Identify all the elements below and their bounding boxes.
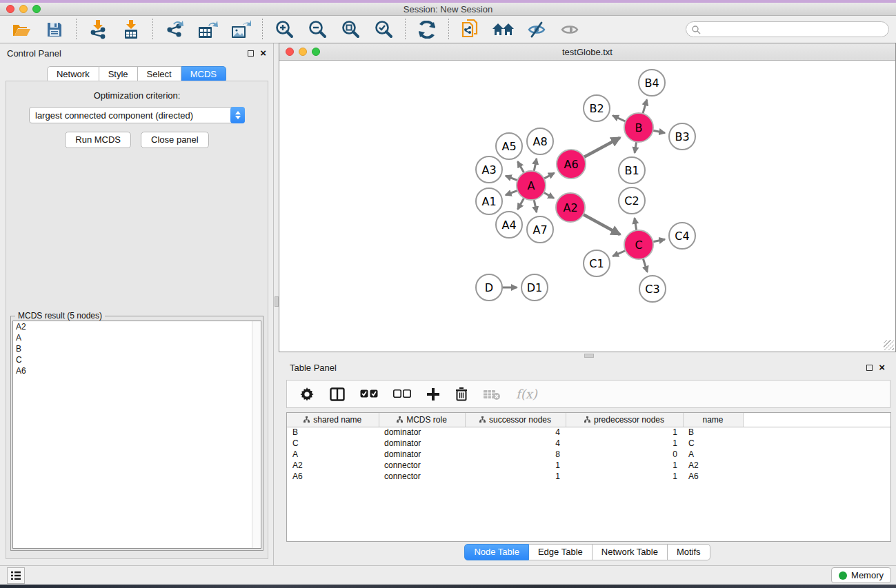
resize-grip-icon[interactable] [884,340,894,350]
edge-B-B3[interactable] [653,130,665,133]
table-cell[interactable]: dominator [379,438,465,449]
result-list-item[interactable]: B [13,343,261,354]
network-canvas[interactable]: AA1A2A3A4A5A6A7A8BB1B2B3B4CC1C2C3C4DD1 [279,61,895,352]
edge-C-C1[interactable] [613,250,625,256]
mcds-result-list[interactable]: A2ABCA6 [12,321,261,549]
edge-A-A5[interactable] [518,161,524,172]
edge-A6-B[interactable] [584,138,619,157]
edge-A-A3[interactable] [506,176,517,181]
save-session-icon[interactable] [43,19,66,41]
close-panel-icon[interactable]: × [260,50,266,57]
close-panel-button[interactable]: Close panel [141,132,209,148]
show-columns-icon[interactable] [330,387,345,401]
graph-node-A2[interactable]: A2 [556,193,585,222]
table-row[interactable]: Adominator80A [287,449,890,460]
column-header-shared-name[interactable]: shared name [287,413,379,427]
table-cell[interactable]: A6 [683,471,743,482]
table-cell[interactable]: C [683,438,743,449]
run-mcds-button[interactable]: Run MCDS [65,132,131,148]
table-cell[interactable]: A [287,449,379,460]
delete-row-icon[interactable] [455,387,468,401]
edge-C-C2[interactable] [635,218,637,230]
delete-table-icon[interactable] [483,388,501,401]
tab-node-table[interactable]: Node Table [464,544,529,560]
home-icon[interactable] [492,19,515,41]
graph-node-B4[interactable]: B4 [639,70,665,96]
graph-node-B2[interactable]: B2 [584,95,610,121]
import-network-icon[interactable] [86,19,110,41]
column-header-name[interactable]: name [683,413,743,427]
show-panels-button[interactable] [7,567,25,584]
edge-C-C3[interactable] [643,258,647,272]
edge-A-A8[interactable] [534,159,537,171]
table-cell[interactable]: 1 [566,427,683,438]
graph-node-A8[interactable]: A8 [527,128,553,154]
table-row[interactable]: A6connector11A6 [287,471,890,482]
edge-B-B4[interactable] [643,100,647,114]
table-cell[interactable]: 1 [566,438,683,449]
table-cell[interactable]: 4 [465,427,566,438]
result-list-item[interactable]: C [13,354,261,365]
table-row[interactable]: Bdominator41B [287,427,890,438]
edge-C-C4[interactable] [653,239,665,242]
table-row[interactable]: Cdominator41C [287,438,890,449]
graph-node-A7[interactable]: A7 [527,216,553,243]
graph-node-D[interactable]: D [476,274,502,301]
graph-node-C3[interactable]: C3 [639,276,666,302]
settings-gear-icon[interactable] [299,387,315,402]
tab-motifs[interactable]: Motifs [668,544,710,560]
table-cell[interactable]: 8 [465,449,566,460]
graph-node-B[interactable]: B [624,113,653,142]
apply-layout-icon[interactable] [415,19,439,41]
table-cell[interactable]: A6 [287,471,379,482]
result-list-item[interactable]: A6 [13,365,261,376]
network-window-titlebar[interactable]: testGlobe.txt [279,43,895,61]
zoom-selected-icon[interactable] [372,19,395,41]
column-header-successor-nodes[interactable]: successor nodes [465,413,566,427]
float-panel-icon[interactable] [248,50,254,57]
optimization-criterion-dropdown[interactable]: largest connected component (directed) [29,107,245,123]
graph-node-A4[interactable]: A4 [496,212,522,238]
table-cell[interactable]: 0 [566,449,683,460]
table-cell[interactable]: connector [379,471,465,482]
edge-A-A1[interactable] [506,190,517,195]
graph-node-A[interactable]: A [517,171,546,200]
table-cell[interactable]: 1 [566,460,683,471]
add-row-icon[interactable] [426,387,440,401]
graph-node-A1[interactable]: A1 [476,188,502,214]
edge-B-B1[interactable] [635,142,637,153]
tab-network-table[interactable]: Network Table [593,544,668,560]
duplicate-network-icon[interactable] [459,19,482,41]
column-header-MCDS-role[interactable]: MCDS role [379,413,465,427]
network-graph[interactable]: AA1A2A3A4A5A6A7A8BB1B2B3B4CC1C2C3C4DD1 [279,61,895,352]
edge-B-B2[interactable] [613,116,626,122]
graph-node-A6[interactable]: A6 [557,150,586,179]
result-list-item[interactable]: A [13,332,261,343]
open-file-icon[interactable] [10,19,33,41]
export-image-icon[interactable] [229,19,252,41]
tab-edge-table[interactable]: Edge Table [529,544,593,560]
graph-node-A5[interactable]: A5 [496,133,522,159]
export-table-icon[interactable] [196,19,219,41]
zoom-fit-icon[interactable] [339,19,362,41]
edge-A-A2[interactable] [544,192,554,198]
zoom-out-icon[interactable] [306,19,329,41]
graph-node-D1[interactable]: D1 [521,274,548,301]
graph-node-B1[interactable]: B1 [619,157,645,183]
deselect-all-icon[interactable] [393,389,411,398]
column-header-predecessor-nodes[interactable]: predecessor nodes [566,413,683,427]
search-field[interactable] [686,21,889,37]
node-table[interactable]: shared nameMCDS rolesuccessor nodesprede… [286,412,891,542]
horizontal-splitter[interactable] [279,352,896,358]
hide-selected-eye-icon[interactable] [525,19,548,41]
graph-node-C1[interactable]: C1 [584,250,610,276]
import-table-icon[interactable] [119,19,143,41]
search-input[interactable] [701,25,888,34]
graph-node-C4[interactable]: C4 [669,223,695,249]
result-list-item[interactable]: A2 [13,321,261,332]
table-row[interactable]: A2connector11A2 [287,460,890,471]
horizontal-splitter-handle[interactable] [584,354,594,358]
export-network-icon[interactable] [163,19,186,41]
table-cell[interactable]: A2 [287,460,379,471]
table-cell[interactable]: connector [379,460,465,471]
